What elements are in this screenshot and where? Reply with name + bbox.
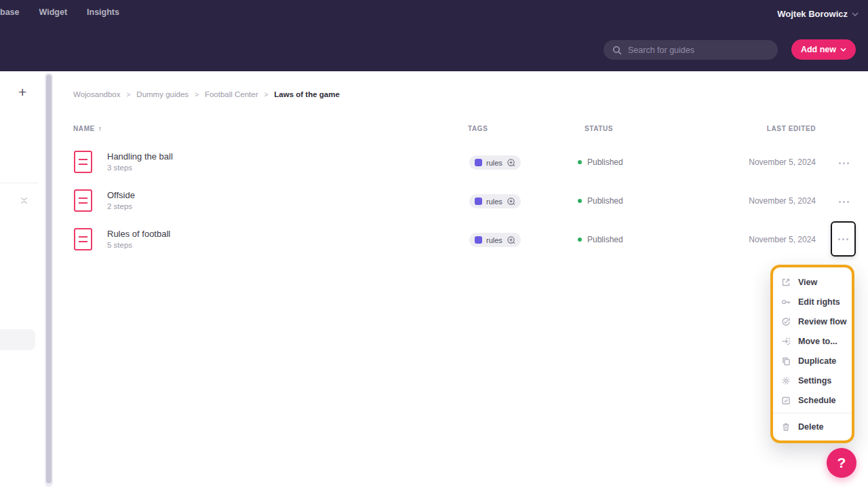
status-badge: Published [578, 235, 623, 244]
nav-item-knowledge-base[interactable]: base [0, 7, 20, 17]
account-menu[interactable]: Wojtek Borowicz [777, 9, 859, 19]
menu-divider [773, 413, 852, 413]
breadcrumb-current: Laws of the game [274, 90, 340, 98]
menu-item-schedule[interactable]: Schedule [773, 390, 852, 410]
table-row[interactable]: Offside 2 steps rules Published November… [0, 182, 868, 221]
schedule-icon [781, 396, 791, 405]
context-menu: View Edit rights Review flow Move to... … [770, 265, 854, 443]
move-to-icon [781, 337, 791, 346]
tag-color-swatch [475, 159, 482, 166]
breadcrumb: Wojosandbox > Dummy guides > Football Ce… [73, 90, 340, 98]
column-header-name[interactable]: NAME ↑ [73, 125, 102, 132]
published-dot-icon [578, 160, 582, 164]
duplicate-icon [781, 356, 791, 366]
chevron-down-icon [840, 48, 846, 52]
last-edited-date: November 5, 2024 [749, 196, 816, 206]
add-new-button[interactable]: Add new [791, 39, 856, 60]
search-input[interactable] [628, 45, 764, 55]
menu-item-edit-rights[interactable]: Edit rights [773, 292, 852, 312]
more-options-button[interactable] [836, 198, 852, 206]
tag-pill[interactable]: rules [469, 194, 521, 208]
tag-label: rules [486, 236, 502, 244]
tag-manage-icon [507, 158, 515, 167]
guide-document-icon [74, 228, 92, 250]
published-dot-icon [578, 238, 582, 242]
tag-pill[interactable]: rules [469, 155, 521, 170]
menu-item-delete[interactable]: Delete [773, 417, 852, 436]
add-new-label: Add new [801, 45, 836, 54]
sidebar: + [0, 71, 60, 488]
guide-list: Handling the ball 3 steps rules Publishe… [0, 143, 868, 259]
table-row[interactable]: Rules of football 5 steps rules Publishe… [0, 221, 868, 259]
top-navigation: base Widget Insights [0, 7, 119, 17]
topbar: base Widget Insights Wojtek Borowicz Add… [0, 0, 868, 71]
tag-color-swatch [475, 236, 482, 244]
menu-item-duplicate[interactable]: Duplicate [773, 351, 852, 371]
tag-pill[interactable]: rules [469, 233, 521, 247]
user-name: Wojtek Borowicz [777, 9, 848, 19]
guide-title: Rules of football [107, 229, 170, 239]
key-icon [781, 297, 791, 307]
breadcrumb-separator: > [126, 91, 130, 98]
chevron-down-icon [852, 12, 859, 16]
menu-item-move-to[interactable]: Move to... [773, 331, 852, 351]
sidebar-scrollbar-thumb[interactable] [46, 75, 52, 483]
tag-label: rules [486, 159, 502, 167]
more-options-button-highlighted[interactable] [831, 221, 856, 257]
guide-document-icon [74, 189, 92, 212]
guide-steps: 5 steps [107, 241, 132, 249]
last-edited-date: November 5, 2024 [749, 235, 816, 244]
guide-title: Handling the ball [107, 151, 173, 162]
gear-icon [781, 376, 791, 386]
search-bar[interactable] [604, 40, 778, 60]
external-link-icon [781, 278, 791, 287]
table-row[interactable]: Handling the ball 3 steps rules Publishe… [0, 143, 868, 182]
column-header-tags[interactable]: TAGS [468, 125, 488, 132]
tag-manage-icon [507, 236, 515, 244]
menu-item-settings[interactable]: Settings [773, 371, 852, 390]
column-header-status[interactable]: STATUS [585, 125, 613, 132]
breadcrumb-separator: > [264, 91, 269, 98]
menu-item-view[interactable]: View [773, 272, 852, 292]
help-button[interactable]: ? [827, 448, 856, 478]
breadcrumb-separator: > [195, 91, 199, 98]
nav-item-widget[interactable]: Widget [39, 7, 68, 17]
guide-document-icon [74, 151, 92, 173]
tag-manage-icon [507, 197, 515, 206]
question-icon: ? [837, 455, 846, 471]
status-badge: Published [578, 196, 623, 206]
breadcrumb-item-folder[interactable]: Dummy guides [136, 90, 189, 98]
more-options-button[interactable] [836, 159, 852, 167]
published-dot-icon [578, 199, 582, 203]
guide-steps: 2 steps [107, 202, 132, 210]
tag-label: rules [486, 198, 502, 206]
sidebar-selected-item[interactable] [0, 329, 35, 350]
trash-icon [781, 422, 791, 432]
review-flow-icon [781, 317, 791, 326]
last-edited-date: November 5, 2024 [749, 157, 816, 167]
tag-color-swatch [475, 198, 482, 205]
guide-title: Offside [107, 190, 135, 200]
status-badge: Published [578, 157, 623, 167]
breadcrumb-item-workspace[interactable]: Wojosandbox [73, 90, 120, 98]
guide-steps: 3 steps [107, 164, 132, 172]
menu-item-review-flow[interactable]: Review flow [773, 312, 852, 331]
breadcrumb-item-subfolder[interactable]: Football Center [205, 90, 258, 98]
sort-asc-icon: ↑ [98, 125, 102, 132]
nav-item-insights[interactable]: Insights [87, 7, 119, 17]
search-icon [612, 45, 622, 55]
add-guide-button[interactable]: + [18, 84, 26, 100]
column-header-last-edited[interactable]: LAST EDITED [767, 125, 816, 132]
